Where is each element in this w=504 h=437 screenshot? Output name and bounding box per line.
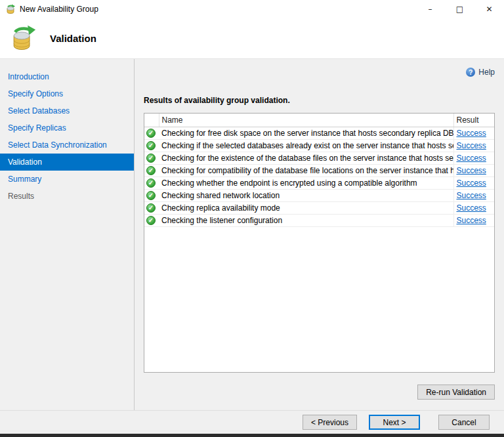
bottom-edge-strip [0, 434, 504, 437]
success-link[interactable]: Success [457, 191, 486, 200]
success-link[interactable]: Success [457, 141, 486, 150]
validation-check-name: Checking whether the endpoint is encrypt… [159, 177, 453, 189]
rerun-validation-button[interactable]: Re-run Validation [417, 385, 495, 400]
minimize-button[interactable]: – [415, 0, 445, 18]
sidebar-item-validation[interactable]: Validation [0, 154, 134, 171]
success-check-icon: ✓ [146, 191, 156, 200]
sidebar-item-specify-options[interactable]: Specify Options [0, 85, 134, 102]
validation-results-table: Name Result ✓ Checking for free disk spa… [144, 113, 495, 373]
wizard-header: Validation [0, 18, 504, 59]
table-row: ✓ Checking replica availability mode Suc… [144, 201, 494, 214]
new-availability-group-window: New Availability Group – □ ✕ Validation … [0, 0, 504, 437]
validation-content: ? Help Results of availability group val… [135, 59, 504, 410]
validation-results-heading: Results of availability group validation… [144, 96, 495, 105]
table-row: ✓ Checking shared network location Succe… [144, 189, 494, 201]
validation-check-name: Checking shared network location [159, 189, 453, 201]
wizard-steps-sidebar: Introduction Specify Options Select Data… [0, 59, 135, 410]
name-column-header[interactable]: Name [159, 114, 453, 127]
previous-button[interactable]: < Previous [303, 415, 357, 430]
table-row: ✓ Checking for the existence of the data… [144, 152, 494, 164]
rerun-row: Re-run Validation [144, 385, 495, 400]
success-check-icon: ✓ [146, 154, 156, 163]
wizard-body: Introduction Specify Options Select Data… [0, 59, 504, 410]
success-link[interactable]: Success [457, 203, 486, 213]
validation-check-name: Checking for compatibility of the databa… [159, 164, 453, 177]
close-button[interactable]: ✕ [474, 0, 504, 18]
table-row: ✓ Checking the listener configuration Su… [144, 214, 494, 226]
validation-check-name: Checking for the existence of the databa… [159, 152, 453, 164]
validation-step-icon [8, 24, 37, 53]
success-link[interactable]: Success [457, 129, 486, 138]
success-check-icon: ✓ [146, 216, 156, 225]
sidebar-item-specify-replicas[interactable]: Specify Replicas [0, 119, 134, 136]
wizard-footer: < Previous Next > Cancel [0, 410, 504, 434]
success-check-icon: ✓ [146, 141, 156, 150]
availability-group-icon [5, 4, 16, 14]
success-check-icon: ✓ [146, 203, 156, 213]
sidebar-item-results: Results [0, 188, 134, 205]
sidebar-item-introduction[interactable]: Introduction [0, 68, 134, 85]
next-button[interactable]: Next > [369, 415, 420, 430]
table-row: ✓ Checking if the selected databases alr… [144, 139, 494, 152]
table-header-row: Name Result [144, 114, 494, 127]
success-check-icon: ✓ [146, 129, 156, 138]
window-title: New Availability Group [20, 5, 98, 14]
success-check-icon: ✓ [146, 166, 156, 175]
help-row: ? Help [144, 67, 495, 77]
status-icon-column-header[interactable] [144, 114, 159, 127]
sidebar-item-summary[interactable]: Summary [0, 171, 134, 188]
sidebar-item-select-databases[interactable]: Select Databases [0, 102, 134, 119]
success-link[interactable]: Success [457, 216, 486, 225]
help-link[interactable]: ? Help [466, 67, 495, 77]
page-title: Validation [50, 33, 96, 44]
validation-check-name: Checking replica availability mode [159, 201, 453, 214]
sidebar-item-select-data-synchronization[interactable]: Select Data Synchronization [0, 136, 134, 154]
cancel-button[interactable]: Cancel [438, 415, 490, 430]
table-row: ✓ Checking for free disk space on the se… [144, 127, 494, 139]
success-link[interactable]: Success [457, 166, 486, 175]
table-row: ✓ Checking whether the endpoint is encry… [144, 177, 494, 189]
window-controls: – □ ✕ [415, 0, 504, 18]
table-row: ✓ Checking for compatibility of the data… [144, 164, 494, 177]
titlebar: New Availability Group – □ ✕ [0, 0, 504, 18]
validation-check-name: Checking if the selected databases alrea… [159, 139, 453, 152]
validation-check-name: Checking for free disk space on the serv… [159, 127, 453, 139]
result-column-header[interactable]: Result [453, 114, 494, 127]
maximize-button[interactable]: □ [445, 0, 474, 18]
help-label: Help [478, 68, 495, 77]
validation-check-name: Checking the listener configuration [159, 214, 453, 226]
success-link[interactable]: Success [457, 154, 486, 163]
help-icon: ? [466, 68, 475, 77]
success-link[interactable]: Success [457, 178, 486, 188]
success-check-icon: ✓ [146, 178, 156, 188]
